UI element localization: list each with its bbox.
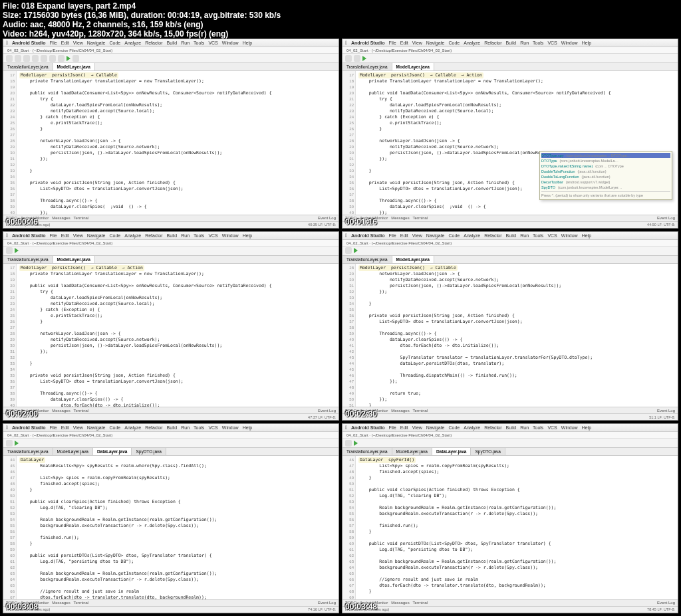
menu-navigate[interactable]: Navigate xyxy=(87,233,106,238)
editor[interactable]: 1718192021222324252627282930313233343536… xyxy=(3,71,339,215)
breadcrumb[interactable]: 04_02_Start · (~/Desktop/Exercise Files/… xyxy=(3,432,339,439)
menu-code[interactable]: Code xyxy=(449,233,460,238)
run-icon[interactable] xyxy=(362,56,366,61)
menu-file[interactable]: File xyxy=(49,233,57,238)
messages-tab[interactable]: Messages xyxy=(52,601,70,605)
tab-model[interactable]: ModelLayer.java xyxy=(53,63,95,70)
terminal-tab[interactable]: Terminal xyxy=(74,216,89,220)
menu-analyze[interactable]: Analyze xyxy=(124,425,141,430)
menu-file[interactable]: File xyxy=(388,425,396,430)
tab-spydto[interactable]: SpyDTO.java xyxy=(471,448,505,455)
menu-analyze[interactable]: Analyze xyxy=(464,425,480,430)
menubar[interactable]:  Android Studio File Edit View Navigate… xyxy=(342,232,678,240)
run-icon[interactable] xyxy=(15,441,19,446)
menu-build[interactable]: Build xyxy=(167,425,178,430)
terminal-tab[interactable]: Terminal xyxy=(413,216,428,220)
menu-run[interactable]: Run xyxy=(181,41,190,45)
menu-code[interactable]: Code xyxy=(110,233,121,238)
menu-edit[interactable]: Edit xyxy=(61,233,69,238)
menu-edit[interactable]: Edit xyxy=(61,41,69,45)
apple-icon[interactable]:  xyxy=(345,233,347,239)
code-area[interactable]: ModelLayer persistJson() → Callable → Ac… xyxy=(17,264,339,407)
menubar[interactable]:  Android Studio File Edit View Navigate… xyxy=(3,39,339,47)
menu-window[interactable]: Window xyxy=(561,425,578,430)
popup-item[interactable]: DecorToolbar(android.support.v7.widget) xyxy=(541,179,670,185)
menu-tools[interactable]: Tools xyxy=(194,233,204,238)
open-icon[interactable] xyxy=(345,55,352,62)
code-area[interactable]: DataLayer RealmResults<Spy> spyResults =… xyxy=(17,456,339,599)
terminal-tab[interactable]: Terminal xyxy=(74,601,89,605)
event-log-tab[interactable]: Event Log xyxy=(318,409,336,413)
menubar[interactable]:  Android Studio File Edit View Navigate… xyxy=(3,232,339,240)
run-icon[interactable] xyxy=(67,56,70,61)
code-area[interactable]: DataLayer spyForId() List<Spy> spies = r… xyxy=(356,456,678,599)
menu-edit[interactable]: Edit xyxy=(400,233,408,238)
menu-build[interactable]: Build xyxy=(167,41,178,45)
menu-file[interactable]: File xyxy=(388,233,396,238)
menu-window[interactable]: Window xyxy=(561,41,578,45)
code-area[interactable]: ModelLayer persistJson() → Callable netw… xyxy=(356,264,678,407)
editor[interactable]: 1718192021222324252627282930313233343536… xyxy=(3,264,339,407)
terminal-tab[interactable]: Terminal xyxy=(413,409,428,413)
popup-item-selected[interactable]: DTOType.spy(com.jonbott.knownspies… DTOT… xyxy=(541,153,670,158)
tab-spydto[interactable]: SpyDTO.java xyxy=(132,448,166,455)
save-icon[interactable] xyxy=(15,55,21,62)
event-log-tab[interactable]: Event Log xyxy=(657,601,675,605)
popup-item[interactable]: DTOType(com.jonbott.knownspies.ModelLa… xyxy=(541,158,670,163)
popup-item[interactable]: SpyDTO(com.jonbott.knownspies.ModelLayer… xyxy=(541,185,670,190)
messages-tab[interactable]: Messages xyxy=(391,216,409,220)
tab-translation[interactable]: TranslationLayer.java xyxy=(3,256,53,263)
undo-icon[interactable] xyxy=(23,55,30,62)
editor[interactable]: 1718192021222324252627282930313233343536… xyxy=(342,71,678,215)
menu-help[interactable]: Help xyxy=(243,41,252,45)
tab-model[interactable]: ModelLayer.java xyxy=(392,256,434,263)
popup-item[interactable]: DoubleToIntFunction(java.util.function) xyxy=(541,169,670,174)
tab-translation[interactable]: TranslationLayer.java xyxy=(342,448,392,455)
messages-tab[interactable]: Messages xyxy=(391,409,409,413)
menu-refactor[interactable]: Refactor xyxy=(484,425,501,430)
menu-run[interactable]: Run xyxy=(520,41,529,45)
menu-tools[interactable]: Tools xyxy=(533,425,543,430)
menu-view[interactable]: View xyxy=(73,233,83,238)
tab-translation[interactable]: TranslationLayer.java xyxy=(342,256,392,263)
popup-item[interactable]: DTOType.valueOf(String name)(com… DTOTyp… xyxy=(541,163,670,169)
open-icon[interactable] xyxy=(6,440,13,447)
menu-tools[interactable]: Tools xyxy=(194,41,204,45)
menu-vcs[interactable]: VCS xyxy=(208,233,217,238)
menubar[interactable]:  Android Studio File Edit View Navigate… xyxy=(3,424,339,432)
editor[interactable]: 4445464748495051525354555657585960616263… xyxy=(3,456,339,599)
menu-file[interactable]: File xyxy=(49,41,57,45)
menu-build[interactable]: Build xyxy=(506,233,517,238)
paste-icon[interactable] xyxy=(58,55,65,62)
menu-edit[interactable]: Edit xyxy=(400,41,408,45)
menu-tools[interactable]: Tools xyxy=(194,425,204,430)
menu-file[interactable]: File xyxy=(49,425,57,430)
menu-view[interactable]: View xyxy=(73,41,83,45)
menu-window[interactable]: Window xyxy=(222,41,239,45)
tab-model[interactable]: ModelLayer.java xyxy=(392,448,432,455)
menu-tools[interactable]: Tools xyxy=(533,41,543,45)
breadcrumb[interactable]: 04_02_Start · (~/Desktop/Exercise Files/… xyxy=(342,240,678,247)
apple-icon[interactable]:  xyxy=(345,40,347,46)
popup-item[interactable]: DoubleToLongFunction(java.util.function) xyxy=(541,174,670,179)
menu-run[interactable]: Run xyxy=(520,425,529,430)
event-log-tab[interactable]: Event Log xyxy=(318,216,336,220)
menu-navigate[interactable]: Navigate xyxy=(87,41,106,45)
menu-refactor[interactable]: Refactor xyxy=(145,233,162,238)
menu-analyze[interactable]: Analyze xyxy=(124,233,141,238)
breadcrumb[interactable]: 04_02_Start · (~/Desktop/Exercise Files/… xyxy=(342,432,678,439)
menu-window[interactable]: Window xyxy=(561,233,578,238)
run-icon[interactable] xyxy=(354,248,358,253)
menu-help[interactable]: Help xyxy=(582,41,591,45)
menu-help[interactable]: Help xyxy=(582,233,591,238)
redo-icon[interactable] xyxy=(32,55,39,62)
messages-tab[interactable]: Messages xyxy=(391,601,409,605)
menu-run[interactable]: Run xyxy=(520,233,529,238)
messages-tab[interactable]: Messages xyxy=(52,216,70,220)
save-icon[interactable] xyxy=(354,55,360,62)
menubar[interactable]:  Android Studio File Edit View Navigate… xyxy=(342,424,678,432)
menu-build[interactable]: Build xyxy=(167,233,178,238)
tab-model[interactable]: ModelLayer.java xyxy=(53,448,93,455)
tab-model[interactable]: ModelLayer.java xyxy=(392,63,434,70)
menu-refactor[interactable]: Refactor xyxy=(484,41,501,45)
